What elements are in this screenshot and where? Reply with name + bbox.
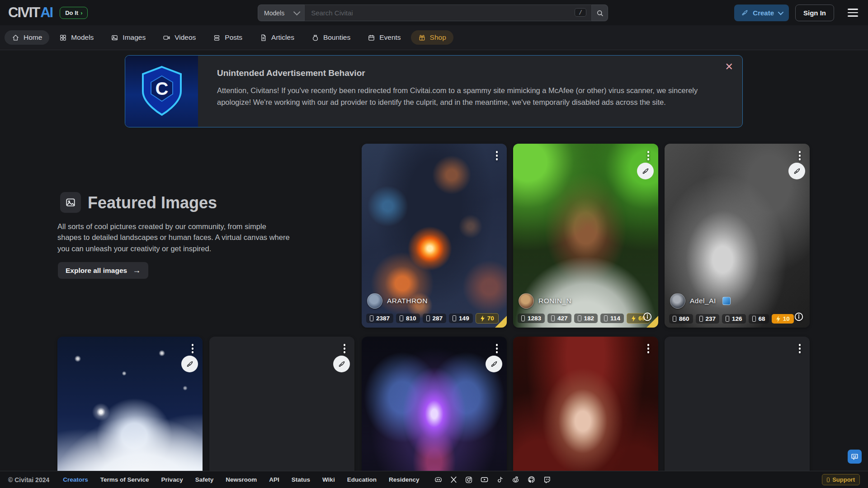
paintbrush-icon [642, 167, 650, 175]
remix-brush-button[interactable] [333, 356, 350, 372]
featured-image-card-loading[interactable] [665, 337, 810, 488]
reaction-heart-count[interactable]: 427 [547, 314, 571, 323]
github-icon[interactable] [527, 475, 536, 484]
reaction-like-count[interactable]: 2387 [366, 314, 393, 323]
tab-videos[interactable]: Videos [156, 30, 203, 45]
featured-image-card[interactable] [362, 337, 507, 488]
alert-shield-image: C [125, 56, 198, 127]
heart-icon [551, 315, 555, 321]
create-button[interactable]: Create [734, 5, 789, 21]
featured-image-card[interactable]: RONIN_N 1283 427 182 114 69 [513, 144, 658, 328]
remix-brush-button[interactable] [637, 163, 654, 179]
close-icon[interactable]: ✕ [722, 60, 736, 74]
card-menu-button[interactable] [342, 342, 348, 355]
civitai-logo[interactable]: CIVIT AI [8, 5, 52, 21]
footer-link-residency[interactable]: Residency [389, 476, 420, 483]
avatar [519, 293, 534, 309]
tab-home[interactable]: Home [5, 30, 49, 45]
card-menu-button[interactable] [494, 342, 500, 355]
card-menu-button[interactable] [797, 149, 803, 162]
card-image-placeholder [209, 337, 354, 488]
card-menu-button[interactable] [646, 149, 651, 162]
info-icon[interactable] [794, 312, 804, 322]
tab-images[interactable]: Images [104, 30, 153, 45]
paintbrush-icon [186, 360, 194, 368]
cry-icon [604, 315, 608, 321]
discord-icon[interactable] [434, 475, 443, 484]
reaction-cry-count[interactable]: 114 [600, 314, 624, 323]
card-user[interactable]: RONIN_N [519, 293, 571, 309]
reaction-heart-count[interactable]: 237 [696, 314, 720, 324]
remix-brush-button[interactable] [486, 356, 502, 372]
reaction-cry-count[interactable]: 149 [449, 314, 473, 323]
search-input[interactable] [304, 5, 592, 21]
chat-button[interactable] [848, 450, 862, 464]
twitch-icon[interactable] [543, 476, 551, 484]
remix-brush-button[interactable] [181, 356, 198, 372]
footer-link-wiki[interactable]: Wiki [322, 476, 335, 483]
support-icon [827, 478, 830, 482]
card-menu-button[interactable] [190, 342, 196, 355]
footer-link-creators[interactable]: Creators [63, 476, 88, 483]
featured-image-card[interactable] [513, 337, 658, 488]
username: Adel_AI [690, 297, 716, 305]
tab-label: Bounties [323, 33, 350, 42]
featured-image-card[interactable] [57, 337, 203, 488]
tab-shop[interactable]: Shop [411, 30, 453, 45]
featured-image-card[interactable]: Adel_AI 860 237 126 68 10 [665, 144, 810, 328]
reaction-cry-count[interactable]: 68 [749, 314, 769, 324]
alert-title: Unintended Advertisement Behavior [217, 68, 715, 78]
explore-all-images-button[interactable]: Explore all images → [58, 262, 148, 279]
footer-link-terms[interactable]: Terms of Service [100, 476, 149, 483]
tiktok-icon[interactable] [496, 476, 504, 484]
do-it-button[interactable]: Do It › [60, 7, 88, 19]
laugh-icon [426, 315, 430, 321]
footer-link-privacy[interactable]: Privacy [161, 476, 183, 483]
sign-in-label: Sign In [803, 9, 826, 17]
tab-articles[interactable]: Articles [252, 30, 302, 45]
svg-text:C: C [155, 79, 168, 99]
card-image-placeholder [665, 337, 810, 488]
footer-link-status[interactable]: Status [292, 476, 310, 483]
arrow-right-icon: → [132, 266, 141, 275]
footer-link-education[interactable]: Education [347, 476, 377, 483]
do-it-label: Do It [65, 9, 78, 16]
hamburger-menu-icon[interactable] [846, 7, 860, 19]
youtube-icon[interactable] [480, 475, 489, 484]
footer-link-newsroom[interactable]: Newsroom [226, 476, 257, 483]
featured-images-icon [60, 192, 81, 213]
search-bar: Models / [258, 5, 608, 21]
paintbrush-icon [741, 9, 749, 17]
card-menu-button[interactable] [646, 342, 651, 355]
card-user[interactable]: Adel_AI [670, 293, 731, 309]
card-image-sky-clouds [57, 337, 203, 488]
reaction-laugh-count[interactable]: 126 [722, 314, 746, 324]
reaction-like-count[interactable]: 1283 [518, 314, 545, 323]
footer-link-api[interactable]: API [269, 476, 279, 483]
tab-events[interactable]: Events [360, 30, 408, 45]
instagram-icon[interactable] [465, 476, 473, 484]
tab-bounties[interactable]: Bounties [304, 30, 358, 45]
reaction-laugh-count[interactable]: 287 [423, 314, 447, 323]
remix-brush-button[interactable] [788, 163, 805, 179]
tip-badge[interactable]: 10 [772, 314, 794, 324]
card-user[interactable]: ARATHRON [367, 293, 428, 309]
featured-image-card[interactable]: ARATHRON 2387 810 287 149 70 [362, 144, 507, 328]
reaction-laugh-count[interactable]: 182 [574, 314, 598, 323]
card-menu-button[interactable] [494, 149, 500, 162]
reddit-icon[interactable] [511, 475, 520, 484]
tab-posts[interactable]: Posts [206, 30, 250, 45]
search-category-select[interactable]: Models [258, 5, 304, 21]
tab-models[interactable]: Models [52, 30, 101, 45]
reaction-like-count[interactable]: 860 [669, 314, 693, 324]
sign-in-button[interactable]: Sign In [795, 5, 834, 21]
footer-link-safety[interactable]: Safety [195, 476, 214, 483]
search-button[interactable] [592, 5, 608, 21]
reaction-heart-count[interactable]: 810 [396, 314, 420, 323]
card-menu-button[interactable] [797, 342, 803, 355]
chevron-down-icon [778, 9, 784, 15]
laugh-icon [578, 315, 581, 321]
x-icon[interactable] [450, 476, 458, 483]
support-button[interactable]: Support [822, 474, 860, 485]
featured-image-card-loading[interactable] [209, 337, 354, 488]
